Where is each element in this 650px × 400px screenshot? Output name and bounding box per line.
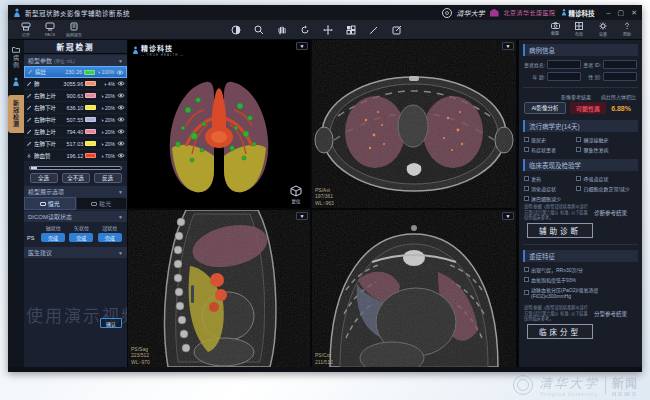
reset-view-button[interactable]: 复位 bbox=[290, 185, 302, 204]
viewport-sagittal[interactable]: PS/Sag 223/512 WL:-970 ▼ bbox=[128, 210, 310, 367]
visibility-eye-icon[interactable] bbox=[117, 141, 125, 146]
structure-row-rml[interactable]: 右肺中叶 507.55 ◑ 20% bbox=[24, 114, 127, 126]
check-fever[interactable]: 发热 bbox=[524, 175, 574, 182]
tab-glow-light[interactable]: 眩光 bbox=[76, 197, 128, 210]
model-params-header[interactable]: 模型参数 (单位: mL) ▼ bbox=[24, 55, 127, 66]
clinical-classification-button[interactable]: 临床分型 bbox=[527, 324, 593, 339]
check-symptomatic-patient[interactable]: 有症状患者 bbox=[524, 146, 574, 153]
visibility-eye-icon[interactable] bbox=[116, 70, 124, 75]
viewport-coronal[interactable]: PS/Cor 211/512 ▼ bbox=[312, 210, 516, 367]
color-swatch[interactable] bbox=[85, 93, 96, 98]
visibility-eye-icon[interactable] bbox=[117, 105, 125, 110]
pan-hand-icon[interactable] bbox=[277, 25, 287, 35]
checkbox[interactable] bbox=[524, 267, 529, 272]
check-spo2[interactable]: 血氧饱和度低于93% bbox=[524, 276, 637, 283]
color-swatch[interactable] bbox=[84, 70, 95, 75]
visibility-eye-icon[interactable] bbox=[117, 129, 125, 134]
visibility-eye-icon[interactable] bbox=[117, 81, 125, 86]
structure-row-lung[interactable]: 肺 3055.96 ◑ 4% bbox=[24, 78, 127, 90]
checkbox[interactable] bbox=[524, 176, 529, 181]
viewport-menu-button[interactable]: ▼ bbox=[296, 42, 308, 50]
checkbox[interactable] bbox=[524, 137, 529, 142]
checkbox[interactable] bbox=[524, 186, 529, 191]
gender-field[interactable] bbox=[603, 72, 637, 81]
axial-done-button[interactable]: 完成 bbox=[41, 233, 65, 242]
case-info-header[interactable]: 病例信息 bbox=[523, 44, 638, 56]
open-button[interactable]: 打开 bbox=[14, 22, 38, 38]
checkbox[interactable] bbox=[524, 196, 529, 201]
coronal-done-button[interactable]: 完成 bbox=[98, 233, 122, 242]
rail-person-icon[interactable] bbox=[12, 77, 20, 87]
zoom-icon[interactable] bbox=[254, 25, 264, 35]
structure-row-lll[interactable]: 左肺下叶 517.03 ◑ 20% bbox=[24, 138, 127, 150]
checkbox[interactable] bbox=[576, 137, 581, 142]
visibility-eye-icon[interactable] bbox=[117, 117, 125, 122]
check-pao2-fio2[interactable]: 动脉血氧分压(PaO2)/吸氧浓度(FiO2)≤300mmHg bbox=[524, 286, 637, 299]
viewport-axial[interactable]: PS/Axi 197/361 WL:-963 ▼ bbox=[312, 40, 516, 208]
pacs-button[interactable]: PACS bbox=[38, 22, 62, 37]
ai-analyze-button[interactable]: AI影像分析 bbox=[524, 102, 566, 114]
checkbox[interactable] bbox=[524, 290, 529, 295]
display-options-header[interactable]: 模型展示选项 ▼ bbox=[24, 186, 127, 197]
checkbox[interactable] bbox=[576, 176, 581, 181]
age-field[interactable] bbox=[547, 72, 581, 81]
assist-diagnosis-button[interactable]: 辅助诊断 bbox=[527, 223, 593, 238]
viewport-split-handle[interactable] bbox=[191, 285, 194, 303]
help-button[interactable]: 帮助 bbox=[618, 22, 636, 37]
invert-selection-button[interactable]: 反选 bbox=[94, 173, 122, 183]
checkbox[interactable] bbox=[524, 147, 529, 152]
layout-grid-icon[interactable] bbox=[346, 25, 356, 35]
rail-tab-covid-detect[interactable]: 新冠检测 bbox=[8, 95, 24, 133]
viewport-3d[interactable]: 精诊科技 — TRUE HEALTH — 复位 ▼ bbox=[128, 40, 310, 208]
clinical-header[interactable]: 临床表现及检验学 bbox=[523, 159, 638, 171]
check-respiratory[interactable]: 呼吸道症状 bbox=[576, 175, 637, 182]
select-none-button[interactable]: 全不选 bbox=[62, 173, 90, 183]
move-icon[interactable] bbox=[323, 25, 333, 35]
screenshot-button[interactable]: 截图 bbox=[546, 22, 564, 37]
color-swatch[interactable] bbox=[85, 141, 96, 146]
settings-button[interactable]: 设置 bbox=[594, 22, 612, 37]
structure-row-lesion[interactable]: 病灶 230.26 ◑ 100% bbox=[24, 66, 127, 78]
annotate-icon[interactable] bbox=[392, 25, 402, 35]
dicom-status-header[interactable]: DICOM读取状态 ▼ bbox=[24, 211, 127, 222]
check-confirmed-contact[interactable]: 确诊接触史 bbox=[576, 136, 637, 143]
close-button[interactable]: ✕ bbox=[631, 5, 637, 20]
viewport-menu-button[interactable]: ▼ bbox=[502, 42, 514, 50]
structure-row-rul[interactable]: 右肺上叶 900.63 ◑ 20% bbox=[24, 90, 127, 102]
check-digestive[interactable]: 消化道症状 bbox=[524, 185, 574, 192]
check-shortness-breath[interactable]: 出现气促，RR≥30次/分 bbox=[524, 266, 637, 273]
layout-button[interactable]: 布局 bbox=[570, 22, 588, 37]
check-lymphocyte[interactable]: 淋巴细胞减少 bbox=[524, 195, 574, 202]
color-swatch[interactable] bbox=[85, 129, 96, 134]
rail-tab-case[interactable]: 病例 bbox=[12, 46, 21, 69]
tab-fixed-light[interactable]: 恒光 bbox=[24, 197, 76, 210]
structure-row-vessels[interactable]: 肺血管 196.12 ◑ 70% bbox=[24, 150, 127, 162]
visibility-eye-icon[interactable] bbox=[117, 153, 125, 158]
id-field[interactable] bbox=[603, 60, 637, 69]
maximize-button[interactable]: ▢ bbox=[618, 5, 625, 20]
color-swatch[interactable] bbox=[85, 153, 96, 158]
sagittal-done-button[interactable]: 完成 bbox=[69, 233, 93, 242]
epidemiology-header[interactable]: 流行病学史(14天) bbox=[523, 120, 638, 132]
measure-pencil-icon[interactable] bbox=[369, 25, 379, 35]
severe-features-header[interactable]: 重症特征 bbox=[523, 250, 638, 262]
opacity-slider[interactable] bbox=[29, 166, 122, 170]
structure-row-rll[interactable]: 右肺下叶 636.10 ◑ 20% bbox=[24, 102, 127, 114]
name-field[interactable] bbox=[547, 60, 581, 69]
color-swatch[interactable] bbox=[85, 117, 96, 122]
confirm-button[interactable]: 确认 bbox=[100, 318, 122, 328]
checkbox[interactable] bbox=[576, 147, 581, 152]
structure-row-lul[interactable]: 左肺上叶 794.40 ◑ 20% bbox=[24, 126, 127, 138]
check-wbc[interactable]: 白细胞总数正常/减少 bbox=[576, 185, 637, 192]
visibility-eye-icon[interactable] bbox=[117, 93, 125, 98]
checkbox[interactable] bbox=[576, 186, 581, 191]
select-all-button[interactable]: 全选 bbox=[30, 173, 58, 183]
color-swatch[interactable] bbox=[85, 105, 96, 110]
slider-thumb[interactable] bbox=[31, 167, 37, 169]
color-swatch[interactable] bbox=[85, 81, 96, 86]
case-report-button[interactable]: 病例报告 bbox=[62, 22, 86, 38]
viewport-menu-button[interactable]: ▼ bbox=[296, 212, 308, 220]
checkbox[interactable] bbox=[524, 277, 529, 282]
minimize-button[interactable]: – bbox=[607, 5, 611, 20]
doctor-advice-header[interactable]: 医生建议 ▼ bbox=[24, 247, 127, 258]
